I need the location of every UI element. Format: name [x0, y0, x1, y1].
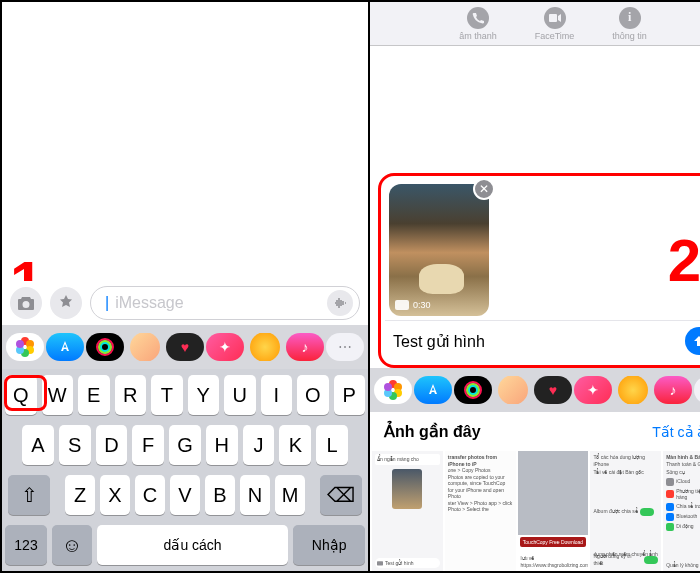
keyboard-row-3: ⇧ Z X C V B N M ⌫ — [5, 475, 365, 515]
digital-touch-app-button-2[interactable]: ♥ — [534, 376, 572, 404]
more-apps-button[interactable]: ⋯ — [326, 333, 364, 361]
keyboard-row-1: Q W E R T Y U I O P — [5, 375, 365, 415]
music-app-button[interactable]: ♪ — [286, 333, 324, 361]
highlight-photos-app — [4, 375, 47, 411]
images-app-button[interactable]: ✦ — [206, 333, 244, 361]
thumb-2-title: transfer photos from iPhone to iP — [448, 454, 513, 467]
drawer-thumb-2[interactable]: transfer photos from iPhone to iP one > … — [445, 451, 516, 571]
thumb-5-l4: Chia sẻ trong gia đình — [676, 503, 700, 510]
info-label: thông tin — [612, 31, 647, 41]
key-space[interactable]: dấu cách — [97, 525, 288, 565]
thumb-3-sub: lưu về https://www.thsgrobolizing.com/li… — [521, 555, 586, 568]
key-emoji[interactable]: ☺ — [52, 525, 92, 565]
drawer-thumb-5[interactable]: Màn hình & Bàn nội Thanh toán & Giao hàn… — [663, 451, 700, 571]
activity-app-button-2[interactable] — [454, 376, 492, 404]
compose-attachment-highlight: 2 ✕ 0:30 Test gửi hình — [378, 173, 700, 368]
photos-app-button[interactable] — [6, 333, 44, 361]
drawer-thumb-1[interactable]: Ẩn ngẫn màng cho Test gửi hình — [372, 451, 443, 571]
memoji-app-button-2[interactable] — [494, 376, 532, 404]
animoji-app-button-2[interactable] — [614, 376, 652, 404]
memoji-icon-2 — [498, 376, 528, 404]
key-g[interactable]: G — [169, 425, 201, 465]
key-e[interactable]: E — [78, 375, 110, 415]
thumb-2-line-4: ster View > Photo app > click Photo > Se… — [448, 500, 513, 513]
phone-icon — [472, 12, 484, 24]
svg-rect-0 — [549, 14, 557, 22]
animoji-app-button[interactable] — [246, 333, 284, 361]
arrow-up-icon — [692, 334, 700, 348]
info-button[interactable]: i thông tin — [612, 7, 647, 41]
appstore-app-button-2[interactable] — [414, 376, 452, 404]
compose-text-input[interactable]: Test gửi hình — [393, 332, 677, 351]
key-h[interactable]: H — [206, 425, 238, 465]
more-apps-button-2[interactable]: ⋯ — [694, 376, 700, 404]
key-p[interactable]: P — [334, 375, 366, 415]
key-o[interactable]: O — [297, 375, 329, 415]
key-d[interactable]: D — [96, 425, 128, 465]
drawer-all-photos-button[interactable]: Tất cả ảnh — [652, 424, 700, 440]
animoji-icon — [250, 333, 280, 361]
key-i[interactable]: I — [261, 375, 293, 415]
photos-flower-icon-2 — [383, 380, 403, 400]
send-button[interactable] — [685, 327, 700, 355]
remove-attachment-button[interactable]: ✕ — [473, 178, 495, 200]
key-l[interactable]: L — [316, 425, 348, 465]
keyboard-row-2: A S D F G H J K L — [5, 425, 365, 465]
keyboard: Q W E R T Y U I O P A S D F G H J K L — [2, 369, 368, 571]
thumb-5-l1: Sông cụ — [666, 469, 685, 476]
appstore-icon — [58, 295, 74, 311]
keyboard-row-4: 123 ☺ dấu cách Nhập — [5, 525, 365, 565]
thumb-5-l5: Bluetooth — [676, 513, 697, 520]
message-placeholder: iMessage — [115, 294, 183, 312]
appstore-app-button[interactable] — [46, 333, 84, 361]
key-v[interactable]: V — [170, 475, 200, 515]
memoji-app-button[interactable] — [126, 333, 164, 361]
facetime-button[interactable]: FaceTime — [535, 7, 575, 41]
key-m[interactable]: M — [275, 475, 305, 515]
key-r[interactable]: R — [115, 375, 147, 415]
panel-step-2: âm thanh FaceTime i thông tin ❯ 2 ✕ — [370, 2, 700, 571]
photos-app-button-2[interactable] — [374, 376, 412, 404]
drawer-thumb-4[interactable]: Tổ các hóa dung lượng iPhone Tải về cài … — [590, 451, 661, 571]
digital-touch-button[interactable] — [327, 290, 353, 316]
contact-actions-bar: âm thanh FaceTime i thông tin — [370, 2, 700, 46]
key-return[interactable]: Nhập — [293, 525, 365, 565]
key-z[interactable]: Z — [65, 475, 95, 515]
appstore-button[interactable] — [50, 287, 82, 319]
key-x[interactable]: X — [100, 475, 130, 515]
thumb-4-sub4: Người dùng ký trí thiết — [593, 553, 642, 566]
key-k[interactable]: K — [279, 425, 311, 465]
message-input[interactable]: | iMessage — [90, 286, 360, 320]
key-b[interactable]: B — [205, 475, 235, 515]
key-numbers[interactable]: 123 — [5, 525, 47, 565]
animoji-icon-2 — [618, 376, 648, 404]
key-c[interactable]: C — [135, 475, 165, 515]
key-t[interactable]: T — [151, 375, 183, 415]
audio-label: âm thanh — [459, 31, 497, 41]
music-app-button-2[interactable]: ♪ — [654, 376, 692, 404]
app-drawer-row: ♥ ✦ ♪ ⋯ — [2, 325, 368, 369]
activity-app-button[interactable] — [86, 333, 124, 361]
key-n[interactable]: N — [240, 475, 270, 515]
thumb-5-l0: Thanh toán & Giao hàng — [666, 461, 700, 468]
video-icon — [549, 13, 561, 23]
key-y[interactable]: Y — [188, 375, 220, 415]
key-delete[interactable]: ⌫ — [320, 475, 362, 515]
video-attachment-thumb[interactable]: ✕ 0:30 — [389, 184, 489, 316]
thumb-5-l3: Phương tiện & Mua hàng — [676, 488, 700, 501]
text-cursor: | — [105, 294, 109, 312]
key-u[interactable]: U — [224, 375, 256, 415]
camera-button[interactable] — [10, 287, 42, 319]
images-app-button-2[interactable]: ✦ — [574, 376, 612, 404]
key-shift[interactable]: ⇧ — [8, 475, 50, 515]
key-a[interactable]: A — [22, 425, 54, 465]
video-badge-icon — [395, 300, 409, 310]
drawer-thumb-3[interactable]: TouchCopy Free Download lưu về https://w… — [518, 451, 589, 571]
key-j[interactable]: J — [243, 425, 275, 465]
thumb-1-title: Ẩn ngẫn màng cho — [375, 454, 440, 465]
key-s[interactable]: S — [59, 425, 91, 465]
digital-touch-app-button[interactable]: ♥ — [166, 333, 204, 361]
key-f[interactable]: F — [132, 425, 164, 465]
waveform-icon — [333, 296, 347, 310]
audio-call-button[interactable]: âm thanh — [459, 7, 497, 41]
